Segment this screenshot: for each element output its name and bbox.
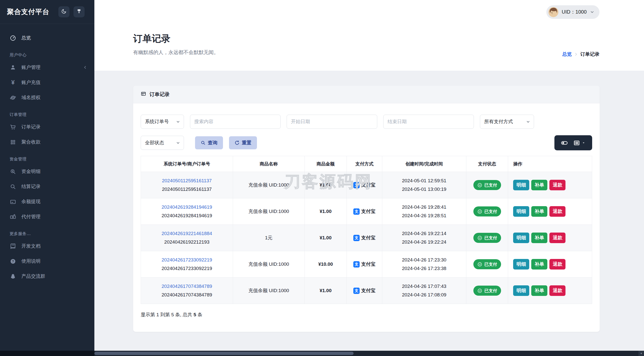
created-time: 2024-04-26 19:22:14 (385, 229, 463, 238)
page-title: 订单记录 (133, 32, 219, 45)
sidebar-item-domain-auth[interactable]: 域名授权 (0, 90, 94, 105)
table-row: 20240426192841946192024042619284194619 充… (141, 198, 592, 225)
sidebar-item-product-group[interactable]: 产品交流群 (0, 269, 94, 284)
app-window: 聚合支付平台 总览 用户中心 账户管理 ¥ 账户充值 (0, 0, 644, 356)
sidebar-header: 聚合支付平台 (0, 0, 94, 24)
end-date-input[interactable] (383, 115, 474, 129)
sidebar-item-label: 余额提现 (21, 198, 41, 205)
refund-button[interactable]: 退款 (549, 259, 565, 270)
toggle-view-button[interactable] (559, 140, 569, 146)
sidebar-item-aggregate-collect[interactable]: 聚合收款 (0, 135, 94, 150)
smiley-icon (477, 235, 482, 241)
reissue-button[interactable]: 补单 (531, 233, 547, 243)
order-type-value: 系统订单号 (145, 118, 169, 125)
status-badge: 已支付 (473, 206, 501, 216)
start-date-input[interactable] (287, 115, 377, 129)
sidebar-item-label: 开发文档 (21, 243, 41, 249)
search-input[interactable] (190, 115, 281, 129)
sidebar-item-order-records[interactable]: 订单记录 (0, 119, 94, 135)
col-method: 支付方式 (347, 156, 382, 172)
product-cell: 充值余额 UID:1000 (233, 278, 305, 304)
columns-dropdown-button[interactable] (572, 140, 587, 146)
amount-cell: ¥1.00 (305, 225, 347, 251)
merchant-order-no: 2024050112595161137 (143, 185, 230, 194)
sidebar-item-label: 产品交流群 (21, 273, 45, 280)
detail-button[interactable]: 明细 (513, 180, 529, 190)
sys-order-link[interactable]: 2024050112595161137 (143, 176, 230, 185)
table-row: 20240501125951611372024050112595161137 充… (141, 172, 592, 198)
table-row: 20240426170743847892024042617074384789 充… (141, 278, 592, 304)
reissue-button[interactable]: 补单 (531, 285, 547, 296)
amount-cell: ¥1.00 (305, 278, 347, 304)
qrcode-icon (10, 139, 16, 146)
status-value: 全部状态 (145, 140, 164, 146)
sidebar-item-overview[interactable]: 总览 (0, 30, 94, 46)
detail-button[interactable]: 明细 (513, 233, 529, 243)
filter-row-1: 系统订单号 所有支付方式 (141, 115, 592, 129)
alipay-icon: 支 (353, 208, 360, 215)
sidebar-item-label: 聚合收款 (21, 139, 41, 145)
col-product: 商品名称 (233, 156, 305, 172)
sys-order-link[interactable]: 2024042617074384789 (143, 282, 230, 291)
refund-button[interactable]: 退款 (549, 206, 565, 217)
refresh-icon (235, 140, 240, 145)
detail-button[interactable]: 明细 (513, 259, 529, 270)
breadcrumb-overview-link[interactable]: 总览 (562, 51, 572, 58)
sidebar-item-account-recharge[interactable]: ¥ 账户充值 (0, 75, 94, 90)
detail-button[interactable]: 明细 (513, 206, 529, 217)
merchant-order-no: 2024042617233092219 (143, 264, 230, 273)
alipay-icon: 支 (353, 182, 360, 188)
completed-time: 2024-04-26 19:28:51 (385, 211, 463, 220)
table-icon (141, 91, 146, 98)
refund-button[interactable]: 退款 (549, 233, 565, 243)
theme-button[interactable] (73, 6, 85, 17)
table-list-icon (573, 140, 580, 146)
qq-icon (10, 273, 16, 280)
sidebar-item-dev-docs[interactable]: 开发文档 (0, 239, 94, 254)
chevron-down-icon (176, 120, 180, 124)
sidebar-section-user-center: 用户中心 (0, 46, 94, 60)
product-cell: 充值余额 UID:1000 (233, 172, 305, 198)
pay-method-select[interactable]: 所有支付方式 (480, 115, 534, 129)
sidebar-item-fund-details[interactable]: 资金明细 (0, 164, 94, 179)
col-order-no: 系统订单号/商户订单号 (141, 156, 233, 172)
status-badge: 已支付 (473, 180, 501, 190)
query-button[interactable]: 查询 (195, 136, 223, 149)
scrollbar-thumb[interactable] (94, 352, 354, 355)
table-header-row: 系统订单号/商户订单号 商品名称 商品金额 支付方式 创建时间/完成时间 支付状… (141, 156, 592, 172)
breadcrumb: 总览 订单记录 (562, 38, 599, 71)
sidebar-item-payout-manage[interactable]: 代付管理 (0, 209, 94, 224)
merchant-order-no: 2024042617074384789 (143, 291, 230, 299)
alipay-icon: 支 (353, 288, 360, 294)
sidebar-item-usage-guide[interactable]: ? 使用说明 (0, 254, 94, 269)
detail-button[interactable]: 明细 (513, 285, 529, 296)
reissue-button[interactable]: 补单 (531, 259, 547, 270)
main-area: UID：1000 订单记录 有幽默感的人，永远都不会默默无闻。 总览 订单记录 … (94, 0, 644, 356)
book-icon (10, 243, 16, 250)
completed-time: 2024-04-26 19:22:24 (385, 238, 463, 246)
sys-order-link[interactable]: 2024042617233092219 (143, 256, 230, 264)
status-select[interactable]: 全部状态 (141, 136, 184, 150)
sys-order-link[interactable]: 2024042619284194619 (143, 203, 230, 211)
sidebar-item-account-manage[interactable]: 账户管理 (0, 60, 94, 75)
sidebar-item-settlement-records[interactable]: 结算记录 (0, 179, 94, 194)
reissue-button[interactable]: 补单 (531, 206, 547, 217)
scrollbar-arrow-button[interactable]: ▼ (638, 351, 644, 356)
sidebar-section-more-services: 更多服务... (0, 224, 94, 239)
refund-button[interactable]: 退款 (549, 285, 565, 296)
sidebar-item-label: 代付管理 (21, 213, 41, 220)
reissue-button[interactable]: 补单 (531, 180, 547, 190)
product-cell: 充值余额 UID:1000 (233, 251, 305, 278)
reset-button[interactable]: 重置 (229, 136, 257, 149)
dark-mode-button[interactable] (58, 6, 69, 17)
refund-button[interactable]: 退款 (549, 180, 565, 190)
topbar: UID：1000 (94, 0, 644, 24)
col-time: 创建时间/完成时间 (382, 156, 466, 172)
help-icon: ? (10, 258, 16, 265)
order-type-select[interactable]: 系统订单号 (141, 115, 184, 129)
sys-order-link[interactable]: 2024042619221461884 (143, 229, 230, 238)
sidebar-item-balance-withdraw[interactable]: 余额提现 (0, 194, 94, 209)
user-menu[interactable]: UID：1000 (546, 5, 599, 19)
created-time: 2024-04-26 17:07:43 (385, 282, 463, 291)
card-header: 订单记录 (133, 86, 600, 103)
